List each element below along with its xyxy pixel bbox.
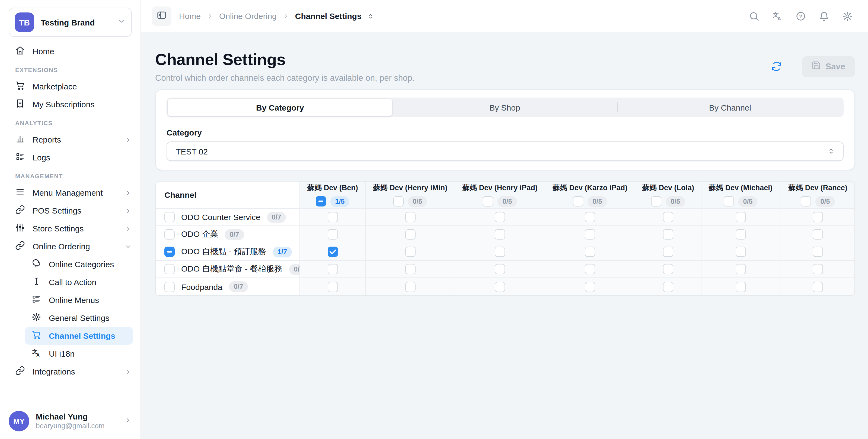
page-subtitle: Control which order channels each catego… — [155, 73, 414, 83]
cell-checkbox[interactable] — [663, 246, 673, 257]
breadcrumb-current[interactable]: Channel Settings — [295, 11, 362, 21]
count-badge: 0/5 — [498, 196, 517, 207]
select-all-checkbox[interactable] — [316, 196, 326, 206]
sidebar-item-my-subscriptions[interactable]: My Subscriptions — [0, 95, 141, 113]
cell-checkbox[interactable] — [813, 212, 823, 222]
sidebar-item-pos-settings[interactable]: POS Settings — [0, 202, 141, 220]
cell-checkbox[interactable] — [495, 246, 505, 257]
sidebar-item-marketplace[interactable]: Marketplace — [0, 77, 141, 95]
sidebar-item-general-settings[interactable]: General Settings — [0, 309, 141, 327]
cell-checkbox[interactable] — [735, 229, 746, 240]
chevron-right-icon — [282, 12, 290, 20]
sidebar-item-online-menus[interactable]: Online Menus — [0, 291, 141, 309]
cell-checkbox[interactable] — [495, 281, 505, 292]
cell-checkbox[interactable] — [585, 212, 595, 222]
cell-checkbox[interactable] — [328, 264, 338, 274]
translate-icon[interactable]: 文A — [772, 10, 783, 22]
shop-name: 蘇媽 Dev (Karzo iPad) — [553, 183, 627, 193]
category-select[interactable]: TEST 02 — [166, 141, 844, 161]
updown-icon[interactable] — [367, 12, 375, 20]
select-all-checkbox[interactable] — [651, 196, 661, 206]
select-all-checkbox[interactable] — [483, 196, 493, 206]
cell-checkbox[interactable] — [585, 229, 595, 240]
sidebar-collapse-button[interactable] — [152, 6, 172, 26]
cell-checkbox[interactable] — [663, 212, 673, 222]
chevron-down-icon — [124, 242, 132, 250]
sidebar-item-online-ordering[interactable]: Online Ordering — [0, 237, 141, 255]
brand-switcher[interactable]: TB Testing Brand — [9, 8, 132, 37]
row-checkbox[interactable] — [164, 264, 175, 274]
chevron-right-icon — [124, 189, 132, 197]
refresh-icon[interactable] — [771, 61, 782, 72]
tab-by-shop[interactable]: By Shop — [393, 99, 617, 116]
cell-checkbox[interactable] — [328, 281, 338, 292]
sidebar-item-label: Store Settings — [33, 224, 84, 233]
cell-checkbox[interactable] — [813, 229, 823, 240]
cell-checkbox[interactable] — [328, 229, 338, 240]
cell-checkbox[interactable] — [813, 281, 823, 292]
sidebar-item-menu-management[interactable]: Menu Management — [0, 184, 141, 202]
sidebar-collapse-icon — [156, 9, 167, 23]
sidebar-item-channel-settings[interactable]: Channel Settings — [25, 327, 133, 345]
sidebar-item-label: Menu Management — [33, 188, 103, 197]
cell-checkbox[interactable] — [813, 246, 823, 257]
tab-by-category[interactable]: By Category — [167, 99, 393, 116]
cell-checkbox[interactable] — [405, 229, 415, 240]
row-checkbox[interactable] — [164, 281, 175, 292]
column-header-shop: 蘇媽 Dev (Karzo iPad) 0/5 — [545, 181, 635, 209]
user-menu[interactable]: MY Michael Yung bearyung@gmail.com — [0, 403, 141, 439]
cell-checkbox[interactable] — [735, 246, 746, 257]
cell-checkbox[interactable] — [735, 212, 746, 222]
row-checkbox[interactable] — [164, 246, 175, 257]
cell-checkbox[interactable] — [735, 281, 746, 292]
count-badge: 0/5 — [588, 196, 607, 207]
cell-checkbox[interactable] — [585, 264, 595, 274]
bell-icon[interactable] — [818, 10, 830, 22]
cell-checkbox[interactable] — [735, 264, 746, 274]
user-name: Michael Yung — [36, 412, 104, 421]
select-all-checkbox[interactable] — [801, 196, 811, 206]
cell-checkbox[interactable] — [405, 281, 415, 292]
cell-checkbox[interactable] — [495, 264, 505, 274]
cell-checkbox[interactable] — [585, 281, 595, 292]
save-button[interactable]: Save — [802, 56, 855, 77]
filter-card: By Category By Shop By Channel Category … — [155, 90, 855, 170]
cell-checkbox[interactable] — [405, 212, 415, 222]
cell-checkbox[interactable] — [328, 246, 338, 257]
select-all-checkbox[interactable] — [724, 196, 734, 206]
search-icon[interactable] — [749, 10, 760, 22]
select-all-checkbox[interactable] — [573, 196, 584, 206]
count-badge: 0/7 — [229, 281, 248, 292]
sidebar-item-ui-i18n[interactable]: 文A UI i18n — [0, 345, 141, 363]
sidebar-item-logs[interactable]: Logs — [0, 148, 141, 166]
select-all-checkbox[interactable] — [393, 196, 404, 206]
sidebar-item-store-settings[interactable]: Store Settings — [0, 220, 141, 237]
sidebar-item-call-to-action[interactable]: Call to Action — [0, 273, 141, 291]
cell-checkbox[interactable] — [663, 264, 673, 274]
sidebar-item-home[interactable]: Home — [0, 42, 141, 60]
cell-checkbox[interactable] — [495, 229, 505, 240]
cell-checkbox[interactable] — [663, 281, 673, 292]
breadcrumb-online-ordering[interactable]: Online Ordering — [219, 11, 277, 21]
table-cell — [455, 226, 545, 243]
tab-by-channel[interactable]: By Channel — [618, 99, 842, 116]
cell-checkbox[interactable] — [585, 246, 595, 257]
table-cell — [635, 209, 701, 226]
cell-checkbox[interactable] — [663, 229, 673, 240]
shop-name: 蘇媽 Dev (Lola) — [642, 183, 694, 193]
channel-label: ODO Counter Service — [181, 212, 260, 222]
row-checkbox[interactable] — [164, 229, 175, 240]
cell-checkbox[interactable] — [813, 264, 823, 274]
cell-checkbox[interactable] — [328, 212, 338, 222]
column-header-shop: 蘇媽 Dev (Henry iPad) 0/5 — [455, 181, 545, 209]
help-icon[interactable]: ? — [795, 10, 806, 22]
sidebar-item-reports[interactable]: Reports — [0, 131, 141, 148]
sidebar-item-online-categories[interactable]: Online Categories — [0, 255, 141, 273]
row-checkbox[interactable] — [164, 212, 175, 222]
cell-checkbox[interactable] — [405, 264, 415, 274]
cell-checkbox[interactable] — [495, 212, 505, 222]
cell-checkbox[interactable] — [405, 246, 415, 257]
breadcrumb-home[interactable]: Home — [179, 11, 201, 21]
sidebar-item-integrations[interactable]: Integrations — [0, 363, 141, 380]
gear-icon[interactable] — [842, 10, 853, 22]
